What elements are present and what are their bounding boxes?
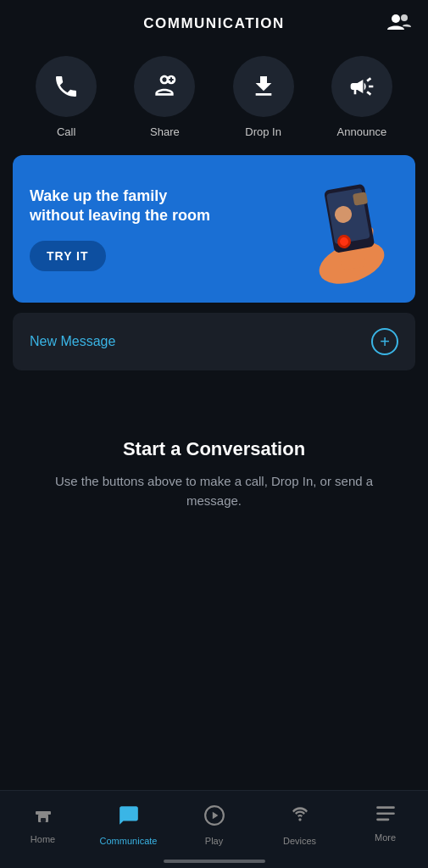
drop-in-icon-circle — [233, 56, 294, 117]
svg-point-1 — [401, 14, 408, 21]
header: COMMUNICATION — [0, 0, 428, 47]
nav-communicate[interactable]: Communicate — [86, 799, 171, 851]
svg-rect-21 — [376, 812, 395, 815]
devices-icon — [289, 804, 311, 832]
nav-devices-label: Devices — [283, 836, 316, 846]
announce-icon-circle — [331, 56, 392, 117]
bottom-nav: Home Communicate Play Devices — [0, 790, 428, 868]
drop-in-label: Drop In — [245, 125, 281, 138]
nav-home[interactable]: Home — [0, 799, 86, 851]
drop-in-action[interactable]: Drop In — [233, 56, 294, 138]
svg-rect-17 — [41, 818, 46, 822]
svg-rect-14 — [353, 192, 368, 206]
call-action[interactable]: Call — [36, 56, 97, 138]
svg-rect-20 — [376, 806, 395, 809]
try-it-button[interactable]: TRY IT — [30, 241, 106, 271]
svg-marker-19 — [212, 812, 218, 820]
nav-play-label: Play — [205, 836, 223, 846]
nav-home-label: Home — [31, 834, 55, 844]
call-label: Call — [57, 125, 75, 138]
promo-text-area: Wake up the family without leaving the r… — [30, 186, 216, 272]
phone-illustration — [288, 174, 398, 284]
nav-communicate-label: Communicate — [100, 836, 158, 846]
announce-action[interactable]: Announce — [331, 56, 392, 138]
empty-state-title: Start a Conversation — [123, 438, 305, 460]
home-icon — [33, 804, 53, 830]
new-message-label: New Message — [30, 334, 115, 349]
communicate-icon — [118, 804, 140, 832]
action-buttons-row: Call Share Drop In Announce — [0, 47, 428, 155]
play-icon — [203, 804, 225, 832]
home-indicator — [164, 860, 265, 863]
empty-state-subtitle: Use the buttons above to make a call, Dr… — [42, 472, 386, 510]
nav-play[interactable]: Play — [171, 799, 257, 851]
svg-rect-22 — [376, 818, 389, 821]
nav-devices[interactable]: Devices — [257, 799, 342, 851]
announce-label: Announce — [337, 125, 387, 138]
svg-point-0 — [392, 14, 400, 23]
nav-more-label: More — [375, 832, 396, 843]
new-message-row[interactable]: New Message + — [13, 313, 415, 370]
page-title: COMMUNICATION — [143, 15, 285, 32]
call-icon-circle — [36, 56, 97, 117]
share-label: Share — [150, 125, 180, 138]
promo-title: Wake up the family without leaving the r… — [30, 186, 216, 226]
new-message-plus-icon: + — [371, 328, 398, 355]
nav-more[interactable]: More — [342, 799, 428, 851]
share-action[interactable]: Share — [134, 56, 195, 138]
more-icon — [375, 804, 397, 828]
contacts-icon[interactable] — [387, 13, 411, 35]
promo-banner: Wake up the family without leaving the r… — [13, 155, 415, 303]
svg-rect-15 — [36, 811, 51, 815]
empty-state: Start a Conversation Use the buttons abo… — [0, 370, 428, 527]
share-icon-circle — [134, 56, 195, 117]
